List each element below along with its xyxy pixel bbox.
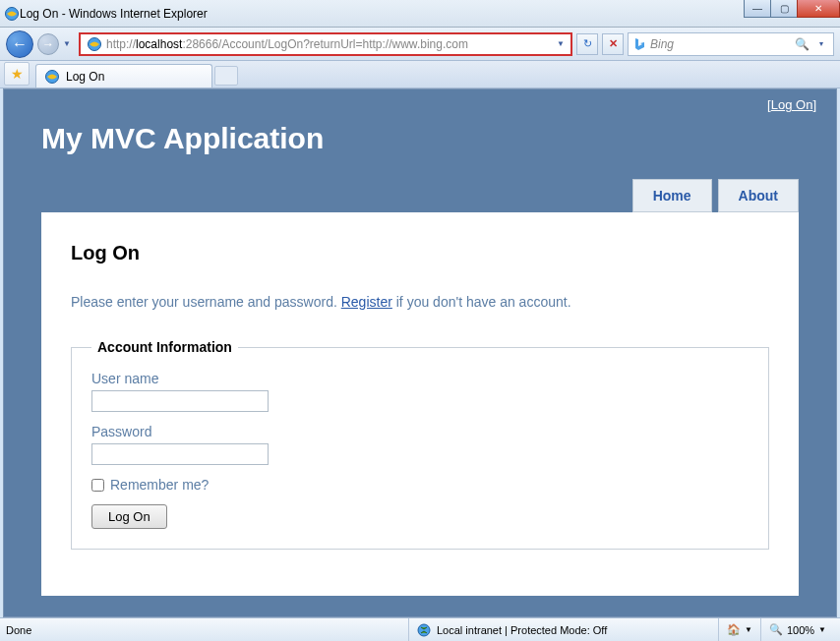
- address-dropdown[interactable]: ▼: [553, 39, 569, 48]
- tab-title: Log On: [66, 70, 104, 84]
- account-links: [ Log On ]: [4, 89, 836, 112]
- page-icon: [87, 36, 102, 52]
- intro-text: Please enter your username and password.…: [71, 294, 769, 310]
- star-icon: ★: [11, 66, 24, 82]
- zoom-control[interactable]: 🔍 100% ▼: [761, 618, 834, 641]
- app-title: My MVC Application: [4, 112, 836, 179]
- account-fieldset: Account Information User name Password R…: [71, 339, 769, 550]
- shield-icon: 🏠: [727, 623, 741, 636]
- tab-active[interactable]: Log On: [35, 64, 212, 87]
- logon-button[interactable]: Log On: [91, 504, 167, 529]
- maximize-button[interactable]: ▢: [770, 0, 798, 18]
- fieldset-legend: Account Information: [91, 339, 238, 355]
- search-placeholder: Bing: [650, 37, 791, 51]
- arrow-left-icon: ←: [12, 35, 28, 53]
- logon-link[interactable]: Log On: [771, 97, 813, 112]
- username-label: User name: [91, 371, 749, 386]
- new-tab-button[interactable]: [214, 66, 238, 86]
- page-heading: Log On: [71, 242, 769, 264]
- password-input[interactable]: [91, 443, 269, 465]
- site-nav: Home About: [4, 179, 836, 212]
- window-title: Log On - Windows Internet Explorer: [20, 7, 208, 21]
- magnifier-icon: 🔍: [769, 623, 783, 636]
- back-button[interactable]: ←: [6, 30, 33, 58]
- remember-checkbox[interactable]: [91, 479, 104, 492]
- content-panel: Log On Please enter your username and pa…: [41, 212, 799, 596]
- status-text: Done: [6, 618, 409, 641]
- history-dropdown[interactable]: ▼: [63, 39, 75, 48]
- zoom-value: 100%: [787, 624, 814, 636]
- search-dropdown[interactable]: ▾: [813, 39, 829, 48]
- arrow-right-icon: →: [42, 37, 54, 51]
- nav-about[interactable]: About: [718, 179, 799, 212]
- nav-home[interactable]: Home: [632, 179, 712, 212]
- chevron-down-icon: ▼: [818, 625, 826, 634]
- refresh-button[interactable]: ↻: [576, 33, 598, 55]
- status-security[interactable]: 🏠 ▼: [719, 618, 761, 641]
- browser-navbar: ← → ▼ http://localhost:28666/Account/Log…: [0, 28, 840, 61]
- forward-button[interactable]: →: [37, 33, 59, 55]
- password-label: Password: [91, 424, 749, 439]
- svg-point-3: [418, 624, 430, 636]
- window-controls: — ▢ ✕: [745, 0, 840, 18]
- globe-icon: [417, 623, 431, 637]
- stop-icon: ✕: [609, 37, 618, 50]
- ie-icon: [4, 6, 20, 22]
- chevron-down-icon: ▼: [745, 625, 752, 634]
- refresh-icon: ↻: [583, 37, 592, 50]
- tab-favicon: [44, 69, 60, 85]
- minimize-button[interactable]: —: [744, 0, 771, 18]
- search-icon[interactable]: 🔍: [795, 37, 810, 51]
- close-button[interactable]: ✕: [797, 0, 840, 18]
- status-zone[interactable]: Local intranet | Protected Mode: Off: [409, 618, 719, 641]
- favorites-button[interactable]: ★: [4, 62, 30, 86]
- window-titlebar: Log On - Windows Internet Explorer — ▢ ✕: [0, 0, 840, 28]
- status-bar: Done Local intranet | Protected Mode: Of…: [0, 617, 840, 641]
- remember-label: Remember me?: [110, 477, 209, 493]
- tab-bar: ★ Log On: [0, 61, 840, 88]
- stop-button[interactable]: ✕: [602, 33, 624, 55]
- address-bar[interactable]: http://localhost:28666/Account/LogOn?ret…: [79, 32, 572, 56]
- search-box[interactable]: Bing 🔍 ▾: [628, 32, 834, 56]
- register-link[interactable]: Register: [341, 294, 392, 310]
- address-text[interactable]: http://localhost:28666/Account/LogOn?ret…: [106, 37, 553, 51]
- bing-icon: [632, 37, 646, 51]
- page-viewport: [ Log On ] My MVC Application Home About…: [3, 88, 837, 617]
- username-input[interactable]: [91, 390, 269, 412]
